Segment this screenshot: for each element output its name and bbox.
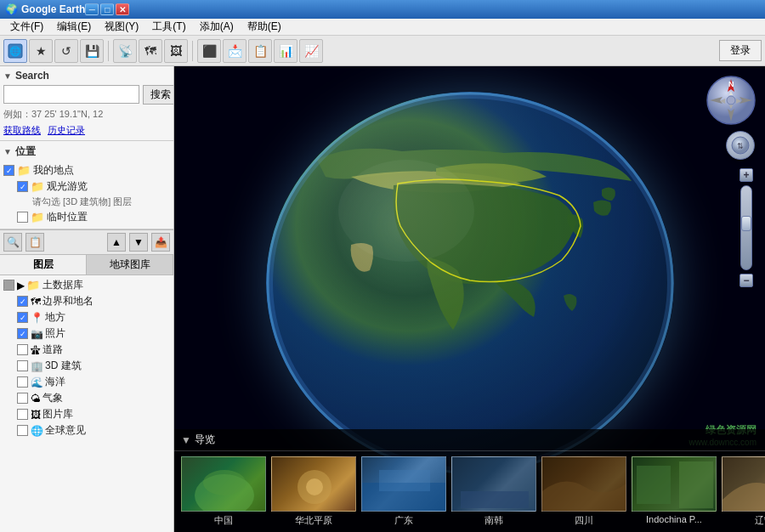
export-btn[interactable]: 📤 [151, 233, 170, 252]
zoom-out-btn[interactable]: − [740, 274, 753, 287]
checkbox-temp[interactable] [17, 212, 28, 223]
left-panel: ▼ Search 搜索 例如：37 25' 19.1"N, 12 获取路线 历史… [0, 66, 174, 532]
photos-icon: 📷 [31, 328, 43, 340]
maximize-button[interactable]: □ [100, 3, 114, 15]
layer-photos[interactable]: ✓ 📷 照片 [3, 325, 170, 342]
layer-ocean[interactable]: 🌊 海洋 [3, 374, 170, 390]
checkbox-places[interactable]: ✓ [17, 312, 28, 323]
search-mini-btn[interactable]: 🔍 [3, 233, 22, 252]
checkbox-global[interactable] [17, 425, 28, 436]
toolbar-btn5[interactable]: 📡 [113, 39, 137, 63]
layer-gallery[interactable]: 🖼 图片库 [3, 406, 170, 422]
layer-weather[interactable]: 🌤 气象 [3, 390, 170, 406]
toolbar-btn12[interactable]: 📈 [299, 39, 323, 63]
thumb-sichuan[interactable]: 四川 [541, 456, 626, 527]
checkbox-photos[interactable]: ✓ [17, 328, 28, 339]
thumb-guangdong[interactable]: 广东 [361, 456, 446, 527]
up-btn[interactable]: ▲ [107, 233, 126, 252]
tree-item-tour[interactable]: ✓ 📁 观光游览 [3, 178, 170, 195]
toolbar-globe-btn[interactable]: 🌐 [3, 39, 27, 63]
places-header[interactable]: ▼ 位置 [3, 144, 170, 159]
toolbar-refresh-btn[interactable]: ↺ [54, 39, 78, 63]
layer-global[interactable]: 🌐 全球意见 [3, 422, 170, 439]
svg-text:▲: ▲ [728, 89, 734, 97]
checkbox-borders[interactable]: ✓ [17, 296, 28, 307]
tree-item-myplaces[interactable]: ✓ 📁 我的地点 [3, 162, 170, 178]
thumb-indochina[interactable]: Indochina P... [632, 456, 717, 527]
layer-3d[interactable]: 🏢 3D 建筑 [3, 358, 170, 374]
checkbox-gallery[interactable] [17, 409, 28, 420]
layer-roads[interactable]: 🛣 道路 [3, 342, 170, 358]
globe-container [266, 92, 674, 474]
map-area[interactable]: N ▲ ▼ ◀ ▶ ⇅ [174, 66, 765, 532]
toolbar-save-btn[interactable]: 💾 [80, 39, 104, 63]
thumb-guangdong-label: 广东 [394, 514, 413, 527]
minimize-button[interactable]: ─ [85, 3, 99, 15]
zoom-in-btn[interactable]: + [740, 168, 753, 182]
thumb-huabei[interactable]: 华北平原 [271, 456, 356, 527]
folder-mini-btn[interactable]: 📋 [26, 233, 44, 252]
zoom-thumb[interactable] [741, 216, 751, 231]
history-link[interactable]: 历史记录 [48, 124, 85, 137]
toolbar-sep1 [108, 41, 109, 61]
nav-compass[interactable]: N ▲ ▼ ◀ ▶ [706, 75, 756, 126]
checkbox-myplaces[interactable]: ✓ [3, 165, 14, 176]
zoom-track[interactable] [740, 185, 752, 270]
layer-places[interactable]: ✓ 📍 地方 [3, 309, 170, 325]
checkbox-roads[interactable] [17, 344, 28, 355]
search-input[interactable] [3, 85, 139, 104]
toolbar-btn6[interactable]: 🗺 [139, 39, 162, 63]
toolbar-btn10[interactable]: 📋 [248, 39, 272, 63]
svg-text:◀: ◀ [720, 97, 726, 105]
thumb-liaoning[interactable]: 辽宁 [722, 456, 765, 527]
layer-photos-label: 照片 [45, 326, 65, 341]
menu-file[interactable]: 文件(F) [3, 18, 50, 36]
thumb-china-img [181, 456, 266, 512]
menu-tools[interactable]: 工具(T) [145, 18, 192, 36]
thumb-korea[interactable]: 南韩 [451, 456, 536, 527]
thumb-china[interactable]: 中国 [181, 456, 266, 527]
layers-content[interactable]: ▶ 📁 土数据库 ✓ 🗺 边界和地名 ✓ 📍 地方 ✓ 📷 [0, 275, 173, 532]
layer-ocean-label: 海洋 [45, 375, 65, 389]
toolbar-btn9[interactable]: 📩 [223, 39, 246, 63]
toolbar-btn7[interactable]: 🖼 [164, 39, 188, 63]
layer-borders[interactable]: ✓ 🗺 边界和地名 [3, 293, 170, 309]
thumb-indochina-img [632, 456, 717, 512]
checkbox-ocean[interactable] [17, 376, 28, 388]
thumb-korea-label: 南韩 [484, 514, 503, 527]
search-button[interactable]: 搜索 [143, 85, 174, 105]
layer-gallery-label: 图片库 [42, 407, 73, 422]
places-section: ▼ 位置 ✓ 📁 我的地点 ✓ 📁 观光游览 请勾选 [3D 建筑物] 图层 [0, 141, 173, 229]
tab-layers[interactable]: 图层 [0, 255, 87, 274]
thumb-liaoning-label: 辽宁 [755, 514, 765, 527]
layer-primary-folder[interactable]: ▶ 📁 土数据库 [3, 277, 170, 293]
nav-tilt-btn[interactable]: ⇅ [726, 131, 755, 160]
checkbox-weather[interactable] [17, 393, 28, 404]
menu-view[interactable]: 视图(Y) [98, 18, 145, 36]
tree-item-temp[interactable]: 📁 临时位置 [3, 209, 170, 225]
tab-gallery[interactable]: 地球图库 [87, 255, 173, 274]
get-route-link[interactable]: 获取路线 [3, 124, 41, 137]
menu-edit[interactable]: 编辑(E) [50, 18, 98, 36]
toolbar-star-btn[interactable]: ★ [29, 39, 53, 63]
login-button[interactable]: 登录 [719, 40, 762, 61]
tilt-circle[interactable]: ⇅ [726, 131, 755, 160]
earth-globe [266, 92, 674, 474]
primary-db-label: 土数据库 [42, 278, 83, 292]
checkbox-3d[interactable] [17, 360, 28, 371]
checkbox-primary[interactable] [3, 280, 14, 291]
toolbar-btn8[interactable]: ⬛ [197, 39, 221, 63]
down-btn[interactable]: ▼ [129, 233, 148, 252]
checkbox-tour[interactable]: ✓ [17, 181, 28, 192]
thumb-china-label: 中国 [214, 514, 233, 527]
borders-label: 边界和地名 [42, 294, 94, 308]
svg-text:▶: ▶ [736, 97, 742, 105]
svg-rect-33 [679, 461, 713, 508]
close-button[interactable]: ✕ [116, 3, 129, 15]
primary-db-expand: ▶ [17, 280, 25, 291]
thumb-liaoning-img [722, 456, 765, 512]
toolbar-btn11[interactable]: 📊 [274, 39, 298, 63]
menu-add[interactable]: 添加(A) [193, 18, 241, 36]
search-header[interactable]: ▼ Search [3, 70, 170, 82]
menu-help[interactable]: 帮助(E) [241, 18, 288, 36]
